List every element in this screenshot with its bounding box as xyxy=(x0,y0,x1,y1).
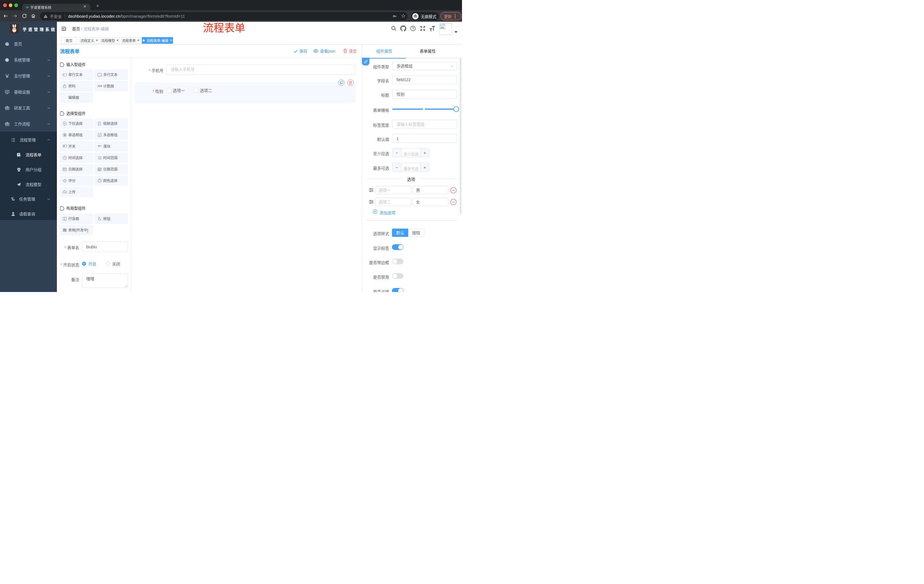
svg-text:123: 123 xyxy=(97,84,102,87)
